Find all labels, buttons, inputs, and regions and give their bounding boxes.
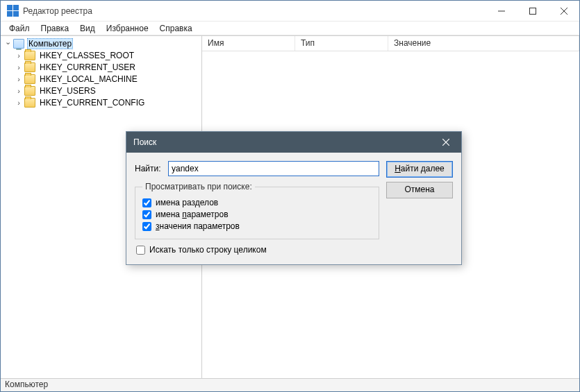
column-header-name[interactable]: Имя [202, 36, 295, 51]
tree-node-hive[interactable]: HKEY_CURRENT_CONFIG [1, 96, 201, 108]
tree-node-label: Компьютер [27, 38, 73, 49]
registry-tree: Компьютер HKEY_CLASSES_ROOT HKEY_CURRENT… [1, 37, 201, 108]
tree-node-hive[interactable]: HKEY_CURRENT_USER [1, 61, 201, 73]
tree-node-hive[interactable]: HKEY_LOCAL_MACHINE [1, 73, 201, 85]
menu-view[interactable]: Вид [74, 22, 101, 35]
checkbox-keys-input[interactable] [142, 198, 151, 207]
find-dialog: Поиск Найти: Просматривать при поиске: и… [126, 131, 462, 265]
checkbox-values[interactable]: имена параметров [142, 210, 372, 219]
expand-toggle-icon[interactable] [15, 99, 23, 107]
tree-node-label: HKEY_CURRENT_CONFIG [38, 98, 146, 108]
lookat-legend: Просматривать при поиске: [142, 182, 255, 191]
expand-toggle-icon[interactable] [15, 75, 23, 83]
find-next-button[interactable]: Найти далее [386, 161, 453, 178]
folder-icon [24, 51, 35, 60]
checkbox-label: имена разделов [156, 198, 218, 207]
folder-icon [24, 62, 35, 72]
checkbox-whole-string[interactable]: Искать только строку целиком [135, 245, 379, 255]
expand-toggle-icon[interactable] [15, 63, 23, 71]
lookat-group: Просматривать при поиске: имена разделов… [135, 182, 379, 239]
menu-favorites[interactable]: Избранное [101, 22, 154, 35]
folder-icon [24, 74, 35, 84]
find-input[interactable] [168, 161, 379, 176]
menu-help[interactable]: Справка [154, 22, 198, 35]
dialog-titlebar: Поиск [126, 132, 461, 153]
window-title: Редактор реестра [23, 6, 92, 16]
tree-node-label: HKEY_CURRENT_USER [38, 62, 137, 72]
tree-node-label: HKEY_CLASSES_ROOT [38, 51, 135, 60]
minimize-button[interactable] [486, 1, 517, 21]
expand-toggle-icon[interactable] [15, 87, 23, 95]
dialog-title: Поиск [133, 137, 156, 147]
tree-node-label: HKEY_USERS [38, 86, 97, 96]
checkbox-values-input[interactable] [142, 210, 151, 219]
menu-edit[interactable]: Правка [35, 22, 75, 35]
list-header: Имя Тип Значение [202, 36, 579, 51]
tree-node-hive[interactable]: HKEY_CLASSES_ROOT [1, 49, 201, 61]
column-header-type[interactable]: Тип [295, 36, 388, 51]
svg-rect-0 [529, 8, 536, 14]
checkbox-data[interactable]: значения параметров [142, 221, 372, 231]
computer-icon [13, 39, 24, 49]
folder-icon [24, 86, 35, 96]
checkbox-label: значения параметров [156, 221, 240, 231]
checkbox-data-input[interactable] [142, 222, 151, 231]
checkbox-whole-string-input[interactable] [136, 246, 145, 255]
statusbar-path: Компьютер [5, 380, 48, 389]
cancel-button[interactable]: Отмена [386, 182, 453, 198]
maximize-button[interactable] [517, 1, 548, 21]
checkbox-keys[interactable]: имена разделов [142, 198, 372, 207]
tree-node-label: HKEY_LOCAL_MACHINE [38, 74, 139, 84]
dialog-close-button[interactable] [431, 132, 461, 153]
statusbar: Компьютер [1, 378, 579, 391]
titlebar: Редактор реестра [1, 1, 579, 22]
menu-file[interactable]: Файл [3, 22, 35, 35]
column-header-value[interactable]: Значение [388, 36, 579, 51]
tree-node-computer[interactable]: Компьютер HKEY_CLASSES_ROOT HKEY_CURRENT… [1, 37, 201, 108]
find-label: Найти: [135, 164, 168, 173]
folder-icon [24, 98, 35, 108]
close-button[interactable] [548, 1, 579, 21]
registry-editor-window: Редактор реестра Файл Правка Вид Избранн… [0, 0, 580, 392]
expand-toggle-icon[interactable] [15, 51, 23, 60]
tree-node-hive[interactable]: HKEY_USERS [1, 85, 201, 96]
menubar: Файл Правка Вид Избранное Справка [1, 22, 579, 35]
checkbox-label: имена параметров [156, 210, 229, 219]
checkbox-label: Искать только строку целиком [149, 245, 267, 255]
dialog-body: Найти: Просматривать при поиске: имена р… [126, 153, 461, 264]
expand-toggle-icon[interactable] [3, 39, 12, 48]
app-icon [6, 5, 19, 17]
